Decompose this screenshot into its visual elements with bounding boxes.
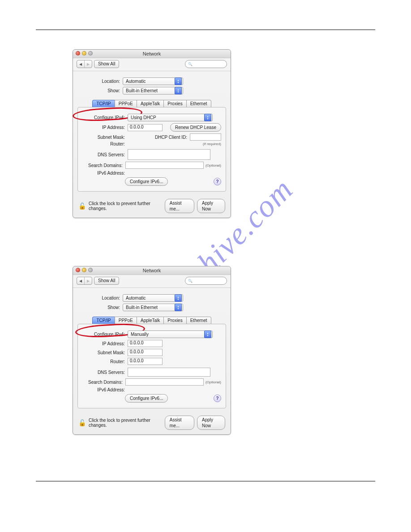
ip-address-label: IP Address: [82,341,128,346]
lock-icon[interactable] [78,419,86,426]
search-domains-label: Search Domains: [82,163,125,168]
close-icon[interactable] [76,51,80,56]
show-select[interactable]: Built-in Ethernet [123,87,183,94]
close-icon[interactable] [76,268,80,272]
titlebar: Network [73,50,231,58]
lock-text: Click the lock to prevent further change… [89,201,162,211]
search-domains-label: Search Domains: [82,380,125,385]
location-label: Location: [77,79,123,84]
tab-pppoe[interactable]: PPPoE [115,100,137,107]
show-value: Built-in Ethernet [126,88,158,93]
configure-ipv4-value: Manually [131,332,149,337]
tab-tcpip[interactable]: TCP/IP [92,317,115,324]
dns-servers-label: DNS Servers: [82,370,128,375]
help-icon[interactable]: ? [214,178,221,185]
lock-icon[interactable] [78,202,86,210]
apply-now-button[interactable]: Apply Now [197,199,225,213]
configure-ipv6-button[interactable]: Configure IPv6... [125,177,168,186]
renew-dhcp-button[interactable]: Renew DHCP Lease [170,123,221,132]
show-value: Built-in Ethernet [126,305,158,310]
dhcp-client-id-hint: (if required) [203,142,221,146]
location-value: Automatic [126,79,146,84]
assist-me-button[interactable]: Assist me... [165,199,194,213]
dhcp-client-id-field[interactable] [190,133,221,141]
show-label: Show: [77,305,123,310]
network-pref-window-2: Network Show All Location: Automatic Sho… [73,266,231,435]
tab-appletalk[interactable]: AppleTalk [137,317,164,324]
search-domains-field[interactable] [125,162,204,169]
show-all-button[interactable]: Show All [94,277,119,285]
router-field[interactable]: 0.0.0.0 [128,358,163,365]
assist-me-button[interactable]: Assist me... [165,416,194,430]
chevron-up-down-icon [204,114,211,121]
configure-ipv4-select[interactable]: Manually [128,330,213,338]
router-label: Router: [82,142,128,146]
chevron-up-down-icon [175,304,182,311]
zoom-icon[interactable] [88,51,93,56]
tab-appletalk[interactable]: AppleTalk [137,100,164,107]
apply-now-button[interactable]: Apply Now [197,416,225,430]
nav-back-forward[interactable] [77,277,92,285]
configure-ipv4-label: Configure IPv4: [82,115,128,120]
configure-ipv4-label: Configure IPv4: [82,332,128,337]
titlebar: Network [73,266,231,275]
location-value: Automatic [126,296,146,300]
location-label: Location: [77,296,123,300]
chevron-up-down-icon [175,294,182,302]
tcpip-panel: Configure IPv4: Manually IP Address: 0.0… [77,324,226,408]
show-select[interactable]: Built-in Ethernet [123,304,183,311]
help-icon[interactable]: ? [214,395,221,402]
ip-address-label: IP Address: [82,125,128,130]
location-select[interactable]: Automatic [123,294,183,302]
minimize-icon[interactable] [82,268,86,272]
window-title: Network [143,51,161,56]
forward-icon[interactable] [84,60,92,68]
ip-address-field[interactable]: 0.0.0.0 [128,340,163,347]
tab-proxies[interactable]: Proxies [163,100,186,107]
zoom-icon[interactable] [88,268,93,272]
forward-icon[interactable] [84,277,92,284]
configure-ipv6-button[interactable]: Configure IPv6... [125,394,168,403]
tab-ethernet[interactable]: Ethernet [186,317,211,324]
subnet-mask-field[interactable]: 0.0.0.0 [128,349,163,356]
ipv6-address-label: IPv6 Address: [82,171,128,176]
window-title: Network [143,268,161,273]
search-domains-field[interactable] [125,378,204,386]
tab-pppoe[interactable]: PPPoE [115,317,137,324]
search-domains-hint: (Optional) [206,380,221,384]
search-domains-hint: (Optional) [206,163,221,167]
chevron-up-down-icon [204,330,211,338]
lock-text: Click the lock to prevent further change… [89,418,162,428]
dns-servers-label: DNS Servers: [82,152,128,157]
chevron-up-down-icon [175,77,182,85]
dns-servers-field[interactable] [128,368,210,377]
configure-ipv4-select[interactable]: Using DHCP [128,114,213,121]
search-input[interactable] [185,60,227,68]
tcpip-panel: Configure IPv4: Using DHCP IP Address: 0… [77,107,226,192]
minimize-icon[interactable] [82,51,86,56]
search-input[interactable] [185,277,227,285]
tab-ethernet[interactable]: Ethernet [186,100,211,107]
network-pref-window-1: Network Show All Location: Automatic Sho… [73,49,231,218]
back-icon[interactable] [77,277,84,284]
chevron-up-down-icon [175,87,182,94]
top-rule [36,30,375,30]
subnet-mask-label: Subnet Mask: [82,135,128,140]
location-select[interactable]: Automatic [123,77,183,85]
tab-tcpip[interactable]: TCP/IP [92,100,115,107]
nav-back-forward[interactable] [77,60,92,68]
ip-address-field[interactable]: 0.0.0.0 [128,124,163,131]
bottom-rule [36,481,375,481]
dhcp-client-id-label: DHCP Client ID: [155,135,190,140]
dns-servers-field[interactable] [128,149,210,160]
show-all-button[interactable]: Show All [94,60,119,68]
tabs: TCP/IP PPPoE AppleTalk Proxies Ethernet [77,100,226,107]
back-icon[interactable] [77,60,84,68]
show-label: Show: [77,88,123,93]
tabs: TCP/IP PPPoE AppleTalk Proxies Ethernet [77,317,226,324]
ipv6-address-label: IPv6 Address: [82,387,128,392]
subnet-mask-label: Subnet Mask: [82,350,128,355]
configure-ipv4-value: Using DHCP [131,115,156,120]
tab-proxies[interactable]: Proxies [163,317,186,324]
router-label: Router: [82,359,128,364]
